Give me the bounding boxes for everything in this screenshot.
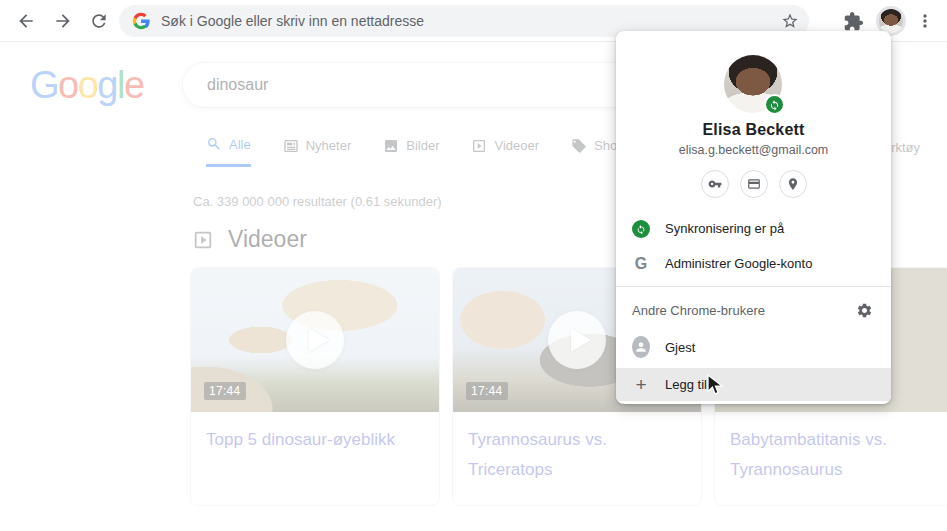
reload-button[interactable]: [85, 7, 113, 35]
logo-letter: l: [117, 64, 124, 106]
search-tabs: Alle Nyheter Bilder Videoer Shopping: [206, 136, 649, 167]
videos-section-header: Videoer: [192, 226, 307, 253]
videos-section-title: Videoer: [228, 226, 307, 253]
browser-window: Google dinosaur Alle Nyheter Bilder Vide…: [0, 0, 947, 531]
address-input[interactable]: [161, 13, 781, 29]
forward-button[interactable]: [49, 7, 77, 35]
search-query: dinosaur: [207, 76, 268, 94]
profile-menu: Elisa Beckett elisa.g.beckett@gmail.com …: [616, 31, 891, 404]
avatar: [879, 9, 903, 33]
profile-shortcuts: [616, 170, 891, 198]
google-logo: Google: [30, 64, 144, 107]
play-button-icon[interactable]: [548, 311, 606, 369]
video-title[interactable]: Topp 5 dinosaur-øyeblikk: [191, 412, 439, 468]
guest-label: Gjest: [665, 340, 695, 355]
google-g-gray-icon: G: [635, 255, 647, 273]
logo-letter: e: [124, 64, 144, 106]
video-card[interactable]: 17:44 Topp 5 dinosaur-øyeblikk: [190, 267, 440, 506]
profile-email: elisa.g.beckett@gmail.com: [616, 143, 891, 157]
profile-avatar-large: [724, 55, 782, 113]
news-icon: [283, 138, 299, 154]
google-g-icon: [132, 12, 150, 30]
tab-label: Bilder: [406, 138, 439, 153]
search-icon: [206, 136, 222, 152]
gear-icon: [856, 302, 873, 319]
manage-account-item[interactable]: G Administrer Google-konto: [616, 246, 891, 281]
sync-badge-icon: [764, 94, 785, 115]
extensions-puzzle-icon[interactable]: [843, 11, 864, 32]
reload-icon: [89, 11, 109, 31]
sync-on-icon: [632, 220, 650, 238]
video-icon: [471, 138, 487, 154]
tab-bilder[interactable]: Bilder: [383, 136, 439, 167]
back-button[interactable]: [12, 7, 40, 35]
menu-divider: [616, 286, 891, 287]
tab-label: Nyheter: [306, 138, 352, 153]
guest-person-icon: [632, 336, 650, 358]
addresses-button[interactable]: [779, 170, 807, 198]
back-arrow-icon: [16, 11, 36, 31]
tab-alle[interactable]: Alle: [206, 136, 251, 167]
bookmark-star-icon[interactable]: [781, 12, 799, 30]
add-person-label: Legg til: [665, 377, 707, 392]
profile-name: Elisa Beckett: [616, 121, 891, 139]
plus-icon: +: [632, 376, 650, 394]
play-button-icon[interactable]: [286, 311, 344, 369]
video-duration: 17:44: [466, 382, 508, 400]
tab-nyheter[interactable]: Nyheter: [283, 136, 352, 167]
sync-status-label: Synkronisering er på: [665, 221, 784, 236]
video-box-icon: [192, 229, 214, 251]
video-thumbnail[interactable]: 17:44: [191, 268, 439, 412]
passwords-button[interactable]: [701, 170, 729, 198]
manage-profiles-button[interactable]: [851, 297, 877, 323]
location-pin-icon: [786, 177, 800, 191]
key-icon: [708, 177, 722, 191]
logo-letter: G: [30, 64, 58, 106]
other-users-label: Andre Chrome-brukere: [632, 303, 765, 318]
tab-label: Alle: [229, 137, 251, 152]
credit-card-icon: [747, 177, 761, 191]
guest-item[interactable]: Gjest: [616, 329, 891, 365]
sync-status-item[interactable]: Synkronisering er på: [616, 211, 891, 246]
video-title[interactable]: Babytambatitanis vs. Tyrannosaurus: [715, 412, 947, 498]
add-person-item[interactable]: + Legg til: [616, 368, 891, 401]
payments-button[interactable]: [740, 170, 768, 198]
images-icon: [383, 138, 399, 154]
logo-letter: o: [58, 64, 78, 106]
result-stats: Ca. 339 000 000 resultater (0.61 sekunde…: [193, 194, 442, 209]
video-title[interactable]: Tyrannosaurus vs. Triceratops: [453, 412, 701, 498]
manage-account-label: Administrer Google-konto: [665, 256, 812, 271]
tab-videoer[interactable]: Videoer: [471, 136, 539, 167]
logo-letter: o: [78, 64, 98, 106]
tab-label: Videoer: [494, 138, 539, 153]
menu-kebab-icon[interactable]: [915, 11, 935, 31]
tag-icon: [571, 138, 587, 154]
forward-arrow-icon: [53, 11, 73, 31]
video-duration: 17:44: [204, 382, 246, 400]
logo-letter: g: [97, 64, 117, 106]
